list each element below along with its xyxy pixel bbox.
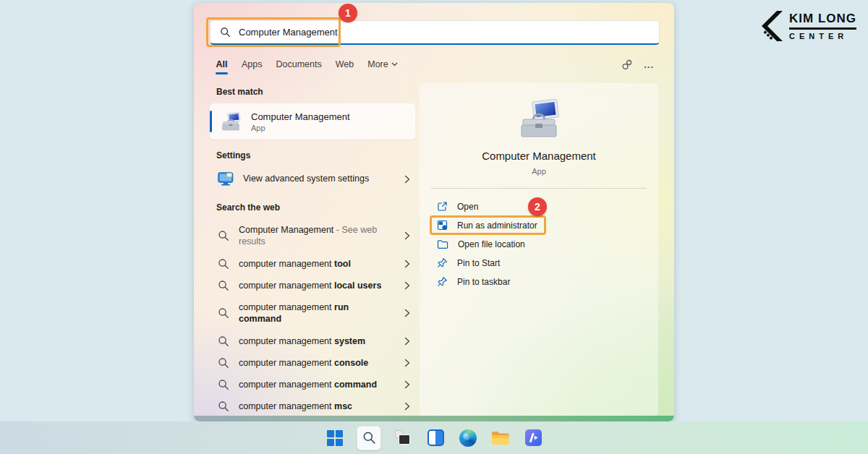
kimlong-logo: KIM LONG CENTER: [759, 10, 856, 42]
folder-icon: [437, 239, 448, 249]
open-icon: [437, 201, 448, 212]
divider: [431, 188, 647, 189]
run-as-admin-icon: [437, 220, 448, 231]
best-match-name: Computer Management: [251, 111, 350, 122]
search-input[interactable]: Computer Management: [210, 20, 660, 45]
web-suggestion-row[interactable]: Computer Management - See web results: [210, 219, 415, 253]
web-suggestion-row[interactable]: computer management run command: [210, 296, 415, 330]
chevron-right-icon: [404, 336, 411, 346]
web-suggestion-text: Computer Management: [239, 225, 333, 235]
results-column: Best match Computer Management App Setti…: [210, 87, 415, 417]
action-open-file-location[interactable]: Open file location: [435, 235, 658, 253]
selection-accent-bar: [210, 111, 212, 132]
search-icon: [218, 230, 229, 241]
taskbar-search-icon[interactable]: [357, 426, 381, 450]
pin-icon: [437, 276, 448, 287]
file-explorer-icon[interactable]: [490, 427, 511, 449]
search-query-text: Computer Management: [239, 27, 338, 38]
chevron-right-icon: [404, 280, 411, 291]
action-pin-to-taskbar[interactable]: Pin to taskbar: [435, 273, 658, 291]
action-pin-to-start[interactable]: Pin to Start: [435, 254, 658, 272]
logo-line1: KIM LONG: [789, 12, 856, 30]
tab-web[interactable]: Web: [336, 59, 354, 74]
best-match-item[interactable]: Computer Management App: [210, 103, 415, 140]
computer-management-app-icon: [220, 112, 242, 132]
chevron-right-icon: [404, 174, 411, 184]
section-label-best-match: Best match: [216, 87, 415, 97]
search-icon: [218, 335, 229, 347]
media-player-icon[interactable]: [522, 427, 544, 449]
web-suggestion-row[interactable]: computer management msc: [210, 395, 415, 417]
detail-app-name: Computer Management: [482, 150, 596, 162]
app-detail-card: Computer Management App Open: [420, 83, 658, 417]
detail-app-type: App: [532, 167, 546, 176]
panel-bottom-edge: [194, 416, 674, 421]
tab-apps[interactable]: Apps: [242, 59, 263, 74]
chevron-right-icon: [404, 308, 411, 318]
chevron-right-icon: [404, 259, 411, 269]
search-icon: [218, 357, 229, 369]
computer-management-app-icon-large: [516, 99, 561, 140]
chevron-down-icon: [391, 62, 398, 67]
section-label-settings: Settings: [216, 150, 415, 160]
tab-more[interactable]: More: [367, 59, 397, 74]
annotation-badge-1: 1: [339, 4, 357, 22]
web-suggestion-row[interactable]: computer management local users: [210, 275, 415, 296]
kimlong-chevron-icon: [759, 10, 783, 42]
chevron-right-icon: [404, 401, 411, 411]
settings-result-row[interactable]: View advanced system settings: [210, 167, 415, 191]
account-icon[interactable]: [621, 59, 633, 70]
section-label-search-web: Search the web: [216, 202, 415, 213]
more-options-icon[interactable]: ...: [644, 59, 654, 70]
action-run-as-administrator[interactable]: Run as administrator: [435, 216, 658, 234]
start-icon[interactable]: [324, 427, 346, 449]
tab-documents[interactable]: Documents: [276, 59, 322, 74]
best-match-type: App: [251, 124, 350, 132]
task-view-icon[interactable]: [392, 427, 414, 449]
taskbar: [0, 421, 868, 454]
chevron-right-icon: [404, 231, 411, 241]
annotation-badge-2: 2: [528, 197, 547, 216]
search-icon: [218, 258, 229, 270]
search-flyout-panel: Computer Management 1 All Apps Documents…: [194, 3, 674, 421]
search-filter-tabs: All Apps Documents Web More: [216, 59, 398, 74]
web-suggestion-row[interactable]: computer management console: [210, 352, 415, 374]
tab-all[interactable]: All: [216, 59, 228, 74]
settings-result-label: View advanced system settings: [243, 173, 394, 184]
edge-icon[interactable]: [457, 427, 479, 449]
search-icon: [218, 379, 229, 390]
widgets-icon[interactable]: [425, 427, 446, 449]
search-icon: [220, 27, 231, 38]
system-settings-icon: [218, 172, 234, 186]
search-icon: [218, 307, 229, 319]
search-icon: [218, 401, 229, 412]
chevron-right-icon: [404, 380, 411, 390]
search-icon: [218, 280, 229, 291]
web-suggestion-row[interactable]: computer management tool: [210, 253, 415, 275]
chevron-right-icon: [404, 358, 411, 368]
web-suggestion-row[interactable]: computer management command: [210, 374, 415, 395]
logo-line2: CENTER: [789, 32, 856, 40]
web-suggestion-row[interactable]: computer management system: [210, 330, 415, 352]
pin-icon: [437, 257, 448, 268]
